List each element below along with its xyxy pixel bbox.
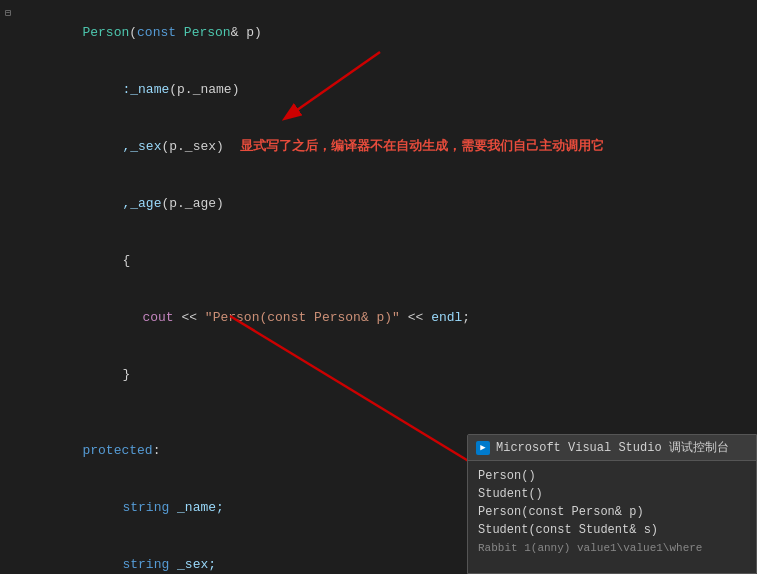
code-line: } — [0, 346, 757, 403]
line-content: } — [56, 346, 757, 403]
annotation: 显式写了之后，编译器不在自动生成，需要我们自己主动调用它 — [240, 139, 604, 154]
line-content: cout << "Person(const Person& p)" << end… — [76, 289, 757, 346]
debug-output-line: Person() — [478, 467, 746, 485]
editor-area: ⊟ Person(const Person& p) :_name(p._name… — [0, 0, 757, 574]
code-line: ⊟ Person(const Person& p) — [0, 4, 757, 61]
code-line — [0, 403, 757, 422]
line-content: Person(const Person& p) — [16, 4, 757, 61]
debug-console: ▶ Microsoft Visual Studio 调试控制台 Person()… — [467, 434, 757, 574]
debug-console-body: Person() Student() Person(const Person& … — [468, 461, 756, 563]
fold-button[interactable]: ⊟ — [0, 4, 16, 23]
line-content: { — [56, 232, 757, 289]
debug-output-line: Student(const Student& s) — [478, 521, 746, 539]
code-line: ,_age(p._age) — [0, 175, 757, 232]
debug-output-line: Student() — [478, 485, 746, 503]
debug-output-line: Person(const Person& p) — [478, 503, 746, 521]
debug-title-bar: ▶ Microsoft Visual Studio 调试控制台 — [468, 435, 756, 461]
code-line: cout << "Person(const Person& p)" << end… — [0, 289, 757, 346]
line-content: :_name(p._name) — [56, 61, 757, 118]
code-line: :_name(p._name) — [0, 61, 757, 118]
line-content: ,_sex(p._sex)显式写了之后，编译器不在自动生成，需要我们自己主动调用… — [56, 118, 757, 175]
debug-output-line: Rabbit 1(anny) value1\value1\where — [478, 539, 746, 557]
vs-icon: ▶ — [476, 441, 490, 455]
code-line: { — [0, 232, 757, 289]
type-token: Person — [82, 25, 129, 40]
debug-console-title: Microsoft Visual Studio 调试控制台 — [496, 439, 729, 456]
code-line: ,_sex(p._sex)显式写了之后，编译器不在自动生成，需要我们自己主动调用… — [0, 118, 757, 175]
line-content: ,_age(p._age) — [56, 175, 757, 232]
